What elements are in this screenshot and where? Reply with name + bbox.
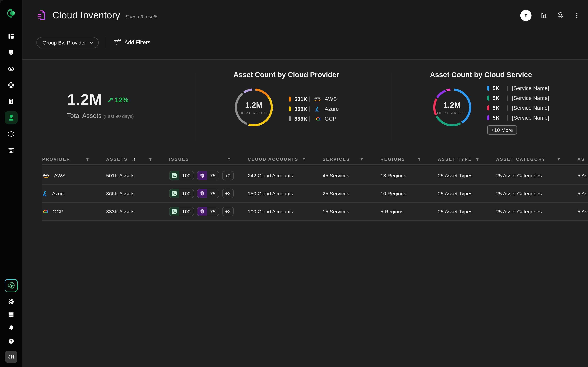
terminal-issues-badge[interactable]: 100 (169, 189, 194, 198)
trend-value: 12% (115, 96, 129, 104)
donut-center-value: 1.2M (245, 100, 262, 109)
results-summary: Found 3 results (126, 14, 158, 19)
more-issues-badge[interactable]: +2 (222, 189, 233, 198)
col-asset-type: ASSET TYPE (438, 157, 496, 162)
column-filter-icon[interactable] (302, 158, 306, 161)
sidebar-item-threats[interactable] (3, 126, 19, 142)
shield-at-icon: @ (197, 189, 207, 198)
legend-item-service[interactable]: 5K [Service Name] (487, 113, 549, 123)
legend-item-service[interactable]: 5K [Service Name] (487, 93, 549, 103)
grid-icon (8, 311, 14, 318)
col-asset-category: ASSET CATEGORY (496, 157, 578, 162)
col-cloud-accounts: CLOUD ACCOUNTS (248, 157, 323, 162)
filter-toolbar: Group By: Provider Add Filters (22, 31, 588, 54)
aws-logo: aws (314, 96, 322, 102)
table-row-aws[interactable]: aws AWS 501K Assets (42, 167, 588, 184)
storefront-icon (8, 147, 15, 154)
sidebar-item-targets[interactable] (3, 77, 19, 93)
overflow-menu-button[interactable] (573, 12, 580, 19)
group-by-dropdown[interactable]: Group By: Provider (36, 37, 98, 48)
apps-button[interactable] (7, 311, 15, 318)
shield-issues-badge[interactable]: @ 75 (197, 189, 219, 198)
legend-item-service[interactable]: 5K [Service Name] (487, 83, 549, 93)
legend-item-azure[interactable]: 366K Azure (289, 104, 339, 114)
column-filter-icon[interactable] (360, 158, 363, 161)
svg-text:@: @ (201, 174, 203, 177)
column-filter-icon[interactable] (557, 158, 561, 161)
column-filter-icon[interactable] (417, 158, 421, 161)
more-issues-badge[interactable]: +2 (222, 171, 233, 180)
filter-button[interactable] (520, 10, 532, 21)
provider-donut-chart[interactable]: 1.2M TOTAL ASSETS (235, 88, 273, 126)
app-logo-icon[interactable] (6, 8, 16, 18)
legend-label: AWS (325, 96, 337, 102)
regions-cell: 10 Regions (380, 191, 438, 196)
column-filter-icon[interactable] (476, 158, 479, 161)
provider-name: GCP (52, 209, 63, 214)
issues-cell: 100 @ 75 +2 (169, 171, 248, 180)
content-panel: 1.2M ↗ 12% Total Assets(Last 90 days) As… (22, 59, 588, 367)
sidebar-item-ai[interactable] (5, 279, 17, 292)
table-row-azure[interactable]: Azure 366K Assets 100 (42, 184, 588, 202)
more-services-button[interactable]: +10 More (487, 125, 517, 134)
donut-center-label: TOTAL ASSETS (239, 111, 269, 114)
aws-logo: aws (42, 173, 51, 178)
terminal-issues-badge[interactable]: 100 (169, 171, 194, 180)
svg-text:aws: aws (43, 173, 49, 176)
service-donut-chart[interactable]: 1.2M TOTAL ASSETS (433, 88, 471, 126)
sidebar-item-compliance[interactable] (3, 93, 19, 109)
svg-text:@: @ (201, 192, 203, 195)
service-legend: 5K [Service Name] 5K [Service Name] (487, 83, 549, 123)
help-button[interactable]: ? (7, 337, 15, 345)
cloud-accounts-cell: 150 Cloud Accounts (248, 191, 323, 196)
more-issues-badge[interactable]: +2 (222, 207, 233, 216)
settings-button[interactable] (7, 298, 15, 305)
regions-cell: 5 Regions (380, 209, 438, 214)
period-label: (Last 90 days) (104, 114, 134, 119)
terminal-issues-badge[interactable]: 100 (169, 207, 194, 216)
total-assets-value: 1.2M (67, 91, 103, 109)
chart-view-button[interactable] (540, 12, 548, 19)
legend-marker (487, 105, 489, 110)
table-row-gcp[interactable]: GCP 333K Assets 100 (42, 202, 588, 221)
sync-icon (557, 12, 564, 19)
shield-issues-badge[interactable]: @ 75 (197, 171, 219, 180)
legend-divider (309, 96, 310, 102)
add-filters-button[interactable]: Add Filters (113, 39, 150, 46)
toolbar-divider (106, 36, 106, 49)
legend-item-service[interactable]: 5K [Service Name] (487, 103, 549, 113)
target-icon (8, 81, 15, 89)
legend-value: 333K (294, 116, 309, 122)
sidebar-item-marketplace[interactable] (3, 142, 19, 158)
column-filter-icon[interactable] (227, 158, 231, 161)
shield-issues-badge[interactable]: @ 75 (197, 207, 219, 216)
legend-item-gcp[interactable]: 333K GCP (289, 114, 339, 124)
svg-text:?: ? (10, 340, 12, 343)
badge-value: 100 (179, 207, 194, 216)
column-filter-icon[interactable] (86, 158, 89, 161)
services-cell: 45 Services (323, 173, 380, 178)
column-filter-icon[interactable] (149, 158, 152, 161)
trend-badge: ↗ 12% (107, 95, 129, 104)
topbar-actions (520, 10, 580, 21)
col-regions: REGIONS (380, 157, 438, 162)
legend-value: 501K (294, 96, 309, 102)
sidebar-item-cloud-inventory[interactable] (5, 111, 17, 124)
services-cell: 15 Services (323, 209, 380, 214)
legend-item-aws[interactable]: 501K aws AWS (289, 94, 339, 104)
refresh-button[interactable] (557, 12, 564, 19)
sort-icon[interactable]: ↓↑ (132, 157, 135, 162)
user-avatar[interactable]: JH (5, 351, 17, 363)
provider-chart-panel: Asset Count by Cloud Provider 1.2M TOTAL… (195, 60, 391, 151)
inventory-table: PROVIDER ASSETS ↓↑ ISSUES CLOUD ACCOUNTS (22, 154, 588, 221)
sidebar-item-dashboards[interactable] (3, 28, 19, 44)
legend-divider (309, 106, 310, 112)
regions-cell: 13 Regions (380, 173, 438, 178)
trend-up-icon: ↗ (107, 95, 113, 104)
sidebar-item-alerts[interactable] (3, 44, 19, 60)
legend-marker (487, 86, 489, 91)
notifications-button[interactable] (7, 324, 15, 332)
shield-at-icon: @ (197, 171, 207, 180)
azure-logo (314, 106, 322, 112)
sidebar-item-visibility[interactable] (3, 60, 19, 77)
